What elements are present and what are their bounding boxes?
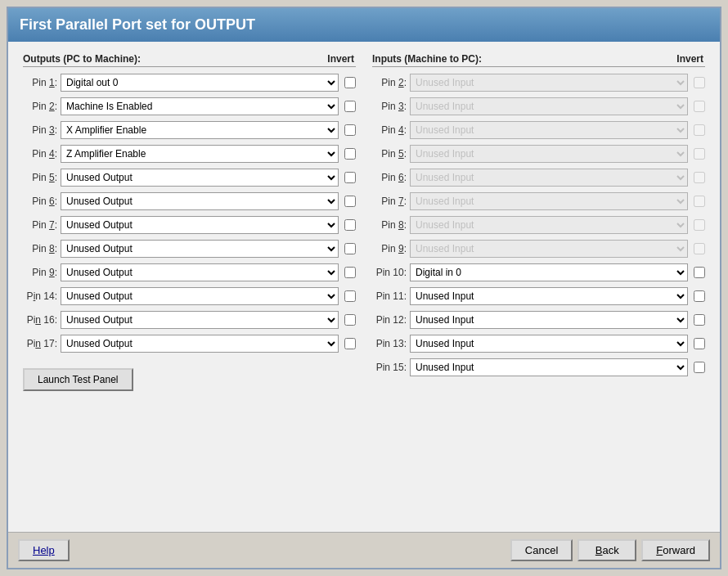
input-pin-6-wrapper: Unused Input (410, 169, 705, 187)
output-pin-17-row: Pin 17: Unused Output (23, 333, 356, 354)
output-pin-5-wrapper: Unused Output (61, 169, 356, 187)
outputs-header-label: Outputs (PC to Machine): (23, 53, 141, 65)
input-pin-12-invert[interactable] (694, 314, 705, 326)
input-pin-9-label: Pin 9: (372, 243, 407, 254)
outputs-column: Outputs (PC to Machine): Invert Pin 1: D… (23, 53, 356, 391)
output-pin-3-row: Pin 3: X Amplifier Enable Unused Output (23, 119, 356, 141)
input-pin-10-label: Pin 10: (372, 267, 407, 278)
input-pin-3-invert (694, 101, 705, 112)
input-pin-3-select: Unused Input (410, 97, 688, 115)
input-pin-7-row: Pin 7: Unused Input (372, 191, 705, 212)
input-pin-11-wrapper: Unused Input (410, 287, 705, 305)
input-pin-9-row: Pin 9: Unused Input (372, 238, 705, 259)
input-pin-9-invert (694, 243, 705, 254)
input-pin-13-invert[interactable] (694, 338, 705, 349)
input-pin-15-invert[interactable] (694, 362, 705, 373)
input-pin-12-wrapper: Unused Input (410, 311, 705, 329)
input-pin-2-label: Pin 2: (372, 77, 407, 88)
inputs-header-label: Inputs (Machine to PC): (372, 53, 482, 65)
output-pin-5-select[interactable]: Unused Output (61, 169, 339, 187)
content-area: Outputs (PC to Machine): Invert Pin 1: D… (8, 42, 720, 532)
input-pin-10-wrapper: Digital in 0 Unused Input (410, 263, 705, 281)
outputs-invert-label: Invert (327, 53, 354, 65)
outputs-header: Outputs (PC to Machine): Invert (23, 53, 356, 67)
output-pin-1-invert[interactable] (344, 77, 356, 88)
input-pin-6-select: Unused Input (410, 169, 688, 187)
input-pin-11-invert[interactable] (694, 290, 705, 302)
input-pin-13-select[interactable]: Unused Input (410, 335, 688, 353)
input-pin-7-label: Pin 7: (372, 196, 407, 207)
output-pin-14-row: Pin 14: Unused Output (23, 286, 356, 307)
output-pin-2-label: Pin 2: (23, 101, 57, 112)
input-pin-4-invert (694, 124, 705, 136)
output-pin-16-row: Pin 16: Unused Output (23, 309, 356, 331)
input-pin-2-invert (694, 77, 705, 88)
back-button[interactable]: Back (577, 539, 636, 561)
output-pin-1-label: Pin 1: (23, 77, 57, 88)
input-pin-5-row: Pin 5: Unused Input (372, 143, 705, 164)
input-pin-6-invert (694, 172, 705, 183)
output-pin-2-select[interactable]: Machine Is Enabled Unused Output (61, 97, 339, 115)
output-pin-14-select[interactable]: Unused Output (61, 287, 339, 305)
output-pin-8-wrapper: Unused Output (61, 240, 356, 258)
output-pin-14-wrapper: Unused Output (61, 287, 356, 305)
input-pin-4-label: Pin 4: (372, 124, 407, 136)
input-pin-12-row: Pin 12: Unused Input (372, 309, 705, 331)
input-pin-15-select[interactable]: Unused Input (410, 358, 688, 376)
output-pin-16-invert[interactable] (344, 314, 356, 326)
launch-test-panel-button[interactable]: Launch Test Panel (23, 368, 133, 391)
input-pin-2-select: Unused Input (410, 74, 688, 92)
input-pin-12-label: Pin 12: (372, 314, 407, 326)
input-pin-11-select[interactable]: Unused Input (410, 287, 688, 305)
input-pin-4-row: Pin 4: Unused Input (372, 119, 705, 141)
output-pin-5-invert[interactable] (344, 172, 356, 183)
input-pin-10-invert[interactable] (694, 267, 705, 278)
help-button[interactable]: Help (18, 539, 70, 561)
output-pin-7-label: Pin 7: (23, 219, 57, 231)
output-pin-16-select[interactable]: Unused Output (61, 311, 339, 329)
output-pin-17-select[interactable]: Unused Output (61, 335, 339, 353)
input-pin-15-wrapper: Unused Input (410, 358, 705, 376)
output-pin-6-select[interactable]: Unused Output (61, 192, 339, 210)
output-pin-9-label: Pin 9: (23, 267, 57, 278)
output-pin-9-select[interactable]: Unused Output (61, 263, 339, 281)
output-pin-4-select[interactable]: Z Amplifier Enable Unused Output (61, 145, 339, 163)
output-pin-4-label: Pin 4: (23, 148, 57, 160)
input-pin-4-select: Unused Input (410, 121, 688, 139)
output-pin-3-select[interactable]: X Amplifier Enable Unused Output (61, 121, 339, 139)
footer: Help Cancel Back Forward (8, 532, 720, 568)
footer-right: Cancel Back Forward (510, 539, 710, 561)
output-pin-1-select[interactable]: Digital out 0 Unused Output (61, 74, 339, 92)
output-pin-3-wrapper: X Amplifier Enable Unused Output (61, 121, 356, 139)
output-pin-17-invert[interactable] (344, 338, 356, 349)
output-pin-6-invert[interactable] (344, 196, 356, 207)
forward-button[interactable]: Forward (641, 539, 710, 561)
output-pin-9-invert[interactable] (344, 267, 356, 278)
output-pin-8-select[interactable]: Unused Output (61, 240, 339, 258)
columns: Outputs (PC to Machine): Invert Pin 1: D… (23, 53, 705, 391)
output-pin-5-row: Pin 5: Unused Output (23, 167, 356, 188)
output-pin-7-invert[interactable] (344, 219, 356, 231)
input-pin-7-select: Unused Input (410, 192, 688, 210)
input-pin-12-select[interactable]: Unused Input (410, 311, 688, 329)
input-pin-9-select: Unused Input (410, 240, 688, 258)
output-pin-8-invert[interactable] (344, 243, 356, 254)
output-pin-14-invert[interactable] (344, 290, 356, 302)
output-pin-7-select[interactable]: Unused Output (61, 216, 339, 234)
input-pin-5-invert (694, 148, 705, 160)
input-pin-10-row: Pin 10: Digital in 0 Unused Input (372, 262, 705, 283)
output-pin-8-row: Pin 8: Unused Output (23, 238, 356, 259)
output-pin-2-row: Pin 2: Machine Is Enabled Unused Output (23, 96, 356, 117)
output-pin-4-invert[interactable] (344, 148, 356, 160)
output-pin-4-wrapper: Z Amplifier Enable Unused Output (61, 145, 356, 163)
input-pin-10-select[interactable]: Digital in 0 Unused Input (410, 263, 688, 281)
input-pin-3-label: Pin 3: (372, 101, 407, 112)
input-pin-8-select: Unused Input (410, 216, 688, 234)
output-pin-4-row: Pin 4: Z Amplifier Enable Unused Output (23, 143, 356, 164)
output-pin-3-invert[interactable] (344, 124, 356, 136)
output-pin-7-row: Pin 7: Unused Output (23, 214, 356, 236)
inputs-invert-label: Invert (676, 53, 703, 65)
output-pin-2-invert[interactable] (344, 101, 356, 112)
cancel-button[interactable]: Cancel (510, 539, 573, 561)
input-pin-6-row: Pin 6: Unused Input (372, 167, 705, 188)
